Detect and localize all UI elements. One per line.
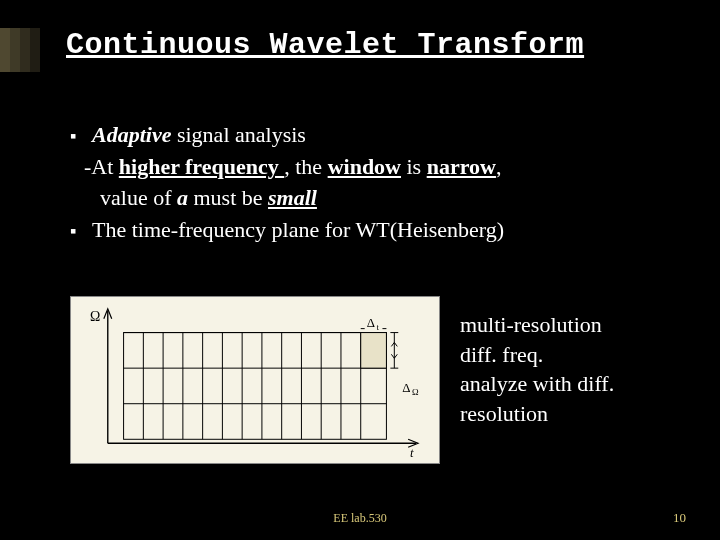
bullet-text: Adaptive signal analysis [92,120,306,150]
svg-text:Ω: Ω [412,387,419,397]
heisenberg-svg: Δ t Δ Ω Ω t [71,297,439,463]
caption-line: resolution [460,399,614,429]
emphasis-text: small [268,185,317,210]
sub-line: value of a must be small [70,183,680,213]
text-span: -At [84,154,119,179]
heisenberg-plane-figure: Δ t Δ Ω Ω t [70,296,440,464]
bullet-text: The time-frequency plane for WT(Heisenbe… [92,215,504,245]
svg-rect-18 [361,333,387,369]
svg-text:Δ: Δ [367,316,375,330]
list-item: ▪ Adaptive signal analysis [70,120,680,150]
page-title: Continuous Wavelet Transform [66,28,584,62]
emphasis-text: window [328,154,401,179]
svg-text:Δ: Δ [402,381,410,395]
text-span: , the [284,154,327,179]
footer-label: EE lab.530 [333,511,386,526]
caption-line: multi-resolution [460,310,614,340]
side-caption: multi-resolution diff. freq. analyze wit… [460,296,614,429]
figure-row: Δ t Δ Ω Ω t multi-resolution diff. freq.… [70,296,690,464]
text-span: is [401,154,427,179]
caption-line: analyze with diff. [460,369,614,399]
caption-line: diff. freq. [460,340,614,370]
emphasis-text: higher frequency [119,154,284,179]
text-span: signal analysis [171,122,305,147]
svg-text:t: t [410,446,414,460]
emphasis-text: Adaptive [92,122,171,147]
list-item: ▪ The time-frequency plane for WT(Heisen… [70,215,680,245]
svg-text:t: t [377,322,380,332]
text-span: must be [193,185,268,210]
sub-line: -At higher frequency , the window is nar… [70,152,680,182]
bullet-list: ▪ Adaptive signal analysis -At higher fr… [70,120,680,247]
emphasis-text: narrow [427,154,496,179]
accent-bar [0,28,40,72]
emphasis-text: a [177,185,194,210]
slide-number: 10 [673,510,686,526]
text-span: , [496,154,502,179]
bullet-icon: ▪ [70,120,92,148]
text-span: value of [100,185,177,210]
bullet-icon: ▪ [70,215,92,243]
svg-text:Ω: Ω [90,309,100,324]
